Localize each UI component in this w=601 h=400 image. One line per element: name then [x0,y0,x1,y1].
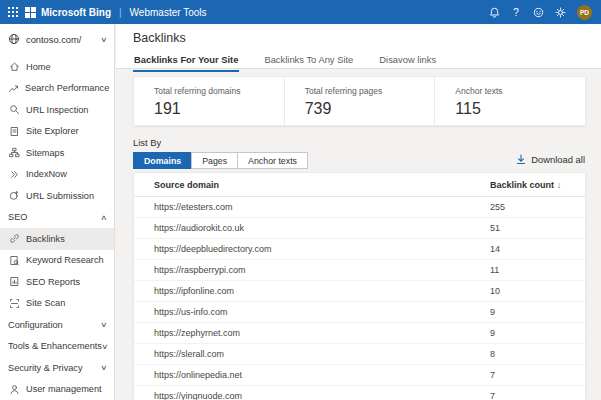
help-icon[interactable]: ? [505,0,527,24]
sidebar-item-indexnow[interactable]: IndexNow [0,164,114,186]
main-content: Backlinks Backlinks For Your Site Backli… [116,24,601,400]
download-all-label: Download all [531,154,585,165]
column-backlink-count[interactable]: Backlink count↓ [490,180,585,190]
stat-label: Total referring pages [305,86,435,96]
tab-backlinks-for-your-site[interactable]: Backlinks For Your Site [133,54,239,72]
app-name: Webmaster Tools [130,7,207,18]
source-domain-cell[interactable]: https://etesters.com [154,202,490,212]
table-row[interactable]: https://onlinepedia.net 7 [134,365,585,386]
stat-value: 115 [455,100,585,118]
list-by-toggle: Domains Pages Anchor texts [133,152,308,169]
source-domain-cell[interactable]: https://onlinepedia.net [154,370,490,380]
sidebar-item-site-explorer[interactable]: Site Explorer [0,121,114,143]
table-row[interactable]: https://raspberrypi.com 11 [134,260,585,281]
download-all-button[interactable]: Download all [516,154,585,165]
backlinks-table: Source domain Backlink count↓ https://et… [133,172,586,400]
site-selector[interactable]: contoso.com/ ∨ [0,26,114,53]
sidebar-section-security-privacy[interactable]: Security & Privacy ∨ [0,357,114,379]
chevron-down-icon: ∨ [100,363,107,372]
table-row[interactable]: https://deepbluedirectory.com 14 [134,239,585,260]
chevron-down-icon: ∨ [100,320,107,329]
source-domain-cell[interactable]: https://zephyrnet.com [154,328,490,338]
stat-anchor-texts: Anchor texts 115 [434,77,585,125]
toggle-anchor-texts[interactable]: Anchor texts [237,152,308,169]
table-row[interactable]: https://audiorokit.co.uk 51 [134,218,585,239]
sidebar-item-search-performance[interactable]: Search Performance [0,78,114,100]
table-row[interactable]: https://ipfonline.com 10 [134,281,585,302]
backlink-count-cell: 9 [490,307,585,317]
sidebar-item-keyword-research[interactable]: Keyword Research [0,250,114,272]
sidebar-item-backlinks[interactable]: Backlinks [0,228,114,250]
backlink-count-cell: 51 [490,223,585,233]
sidebar-item-label: Search Performance [25,83,109,93]
sidebar-item-label: Site Explorer [26,126,79,136]
feedback-icon[interactable] [527,0,549,24]
sidebar-section-tools-enhancements[interactable]: Tools & Enhancements ∨ [0,336,114,358]
backlink-count-cell: 7 [490,391,585,400]
sidebar-item-label: Keyword Research [26,255,104,265]
url-submission-icon [8,190,20,201]
sidebar-item-site-scan[interactable]: Site Scan [0,293,114,315]
source-domain-cell[interactable]: https://slerall.com [154,349,490,359]
source-domain-cell[interactable]: https://audiorokit.co.uk [154,223,490,233]
indexnow-icon [8,169,20,180]
sidebar-section-seo[interactable]: SEO ∧ [0,207,114,229]
source-domain-cell[interactable]: https://us-info.com [154,307,490,317]
backlink-count-cell: 9 [490,328,585,338]
brand[interactable]: Microsoft Bing | Webmaster Tools [25,7,207,18]
source-domain-cell[interactable]: https://deepbluedirectory.com [154,244,490,254]
sidebar-item-label: Home [26,62,51,72]
user-avatar[interactable]: PD [577,5,592,20]
keyword-research-icon [8,255,20,266]
sidebar-item-sitemaps[interactable]: Sitemaps [0,142,114,164]
sitemap-icon [8,147,20,158]
source-domain-cell[interactable]: https://yingnuode.com [154,391,490,400]
scan-icon [8,298,20,309]
page-header: Backlinks Backlinks For Your Site Backli… [116,24,601,69]
sidebar-item-home[interactable]: Home [0,56,114,78]
tab-backlinks-to-any-site[interactable]: Backlinks To Any Site [263,54,354,72]
page-title: Backlinks [133,31,601,45]
sidebar-section-configuration[interactable]: Configuration ∨ [0,314,114,336]
sidebar-item-label: Security & Privacy [8,363,83,373]
table-row[interactable]: https://us-info.com 9 [134,302,585,323]
sidebar-item-label: User management [26,384,102,394]
toggle-pages[interactable]: Pages [191,152,238,169]
backlink-count-cell: 8 [490,349,585,359]
backlink-count-cell: 7 [490,370,585,380]
sidebar-item-label: IndexNow [26,169,67,179]
table-header-row: Source domain Backlink count↓ [134,173,585,197]
sidebar-item-url-inspection[interactable]: URL Inspection [0,99,114,121]
sidebar-item-user-management[interactable]: User management [0,379,114,400]
brand-divider: | [119,7,122,18]
sidebar-item-label: SEO Reports [26,277,80,287]
topbar: Microsoft Bing | Webmaster Tools ? PD [0,0,601,24]
settings-icon[interactable] [549,0,571,24]
table-row[interactable]: https://yingnuode.com 7 [134,386,585,400]
backlink-count-cell: 11 [490,265,585,275]
toggle-domains[interactable]: Domains [133,152,192,169]
sidebar-item-url-submission[interactable]: URL Submission [0,185,114,207]
sidebar-item-label: URL Submission [26,191,94,201]
sidebar-item-label: Tools & Enhancements [8,341,102,351]
summary-stats-card: Total referring domains 191 Total referr… [133,76,586,126]
sort-desc-icon: ↓ [557,180,561,190]
globe-icon [8,33,20,47]
magnifier-icon [8,104,20,115]
stat-label: Anchor texts [455,86,585,96]
app-launcher-icon[interactable] [0,7,25,17]
table-row[interactable]: https://etesters.com 255 [134,197,585,218]
table-row[interactable]: https://slerall.com 8 [134,344,585,365]
notifications-icon[interactable] [483,0,505,24]
stat-value: 739 [305,100,435,118]
source-domain-cell[interactable]: https://raspberrypi.com [154,265,490,275]
table-row[interactable]: https://zephyrnet.com 9 [134,323,585,344]
stat-total-referring-domains: Total referring domains 191 [134,77,284,125]
stat-total-referring-pages: Total referring pages 739 [284,77,435,125]
source-domain-cell[interactable]: https://ipfonline.com [154,286,490,296]
sidebar-item-seo-reports[interactable]: SEO Reports [0,271,114,293]
list-by-label: List By [133,137,161,148]
column-source-domain[interactable]: Source domain [154,180,490,190]
backlink-count-cell: 255 [490,202,585,212]
tab-disavow-links[interactable]: Disavow links [378,54,437,72]
